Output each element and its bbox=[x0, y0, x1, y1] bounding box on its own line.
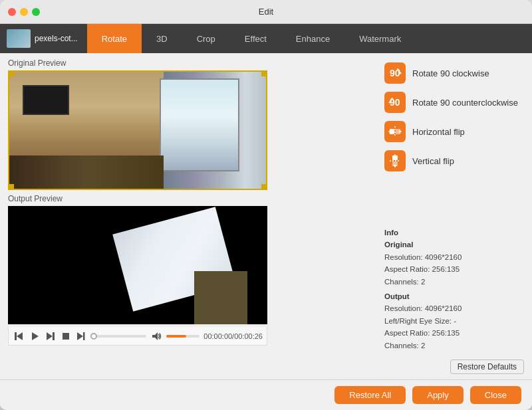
play-button[interactable] bbox=[29, 331, 41, 342]
output-preview-section: Output Preview bbox=[8, 194, 374, 346]
info-output-resolution: Resolution: 4096*2160 bbox=[384, 302, 524, 314]
volume-fill bbox=[166, 335, 186, 338]
output-preview-label: Output Preview bbox=[8, 194, 374, 203]
original-preview bbox=[8, 70, 267, 190]
file-tab: pexels-cot... bbox=[0, 24, 84, 53]
h-flip-label: Horizontal flip bbox=[412, 127, 465, 137]
volume-icon-button[interactable] bbox=[150, 331, 164, 342]
info-output-aspect: Aspect Ratio: 256:135 bbox=[384, 327, 524, 339]
tab-3d[interactable]: 3D bbox=[142, 24, 182, 53]
main-window: Edit pexels-cot... Rotate 3D Crop Effect… bbox=[0, 0, 532, 410]
svg-marker-9 bbox=[152, 332, 158, 340]
info-section: Info Original Resolution: 4096*2160 Aspe… bbox=[384, 221, 524, 374]
right-panel: 90 Rotate 90 clockwise 90 bbox=[379, 53, 532, 379]
traffic-lights bbox=[8, 8, 40, 16]
volume-bar[interactable] bbox=[166, 335, 200, 338]
rotate-ccw-button[interactable]: 90 Rotate 90 counterclockwise bbox=[384, 90, 524, 114]
v-flip-button[interactable]: Vertical flip bbox=[384, 149, 524, 173]
svg-marker-2 bbox=[32, 332, 39, 340]
svg-marker-1 bbox=[17, 332, 23, 340]
output-preview bbox=[8, 206, 267, 324]
rotate-cw-label: Rotate 90 clockwise bbox=[412, 68, 489, 78]
rotate-cw-button[interactable]: 90 Rotate 90 clockwise bbox=[384, 61, 524, 85]
info-title: Info bbox=[384, 227, 524, 239]
progress-handle[interactable] bbox=[90, 333, 97, 340]
tab-watermark[interactable]: Watermark bbox=[344, 24, 416, 53]
info-original-aspect: Aspect Ratio: 256:135 bbox=[384, 263, 524, 275]
progress-bar[interactable] bbox=[91, 335, 146, 338]
info-block: Info Original Resolution: 4096*2160 Aspe… bbox=[384, 227, 524, 352]
close-button[interactable]: Close bbox=[470, 386, 521, 404]
original-preview-section: Original Preview bbox=[8, 58, 374, 190]
svg-rect-5 bbox=[63, 333, 69, 340]
left-panel: Original Preview Outp bbox=[0, 53, 379, 379]
file-name: pexels-cot... bbox=[35, 34, 78, 43]
main-content: Original Preview Outp bbox=[0, 53, 532, 379]
svg-marker-4 bbox=[53, 332, 55, 340]
close-window-button[interactable] bbox=[8, 8, 16, 16]
toolbar: pexels-cot... Rotate 3D Crop Effect Enha… bbox=[0, 24, 532, 53]
info-original-channels: Channels: 2 bbox=[384, 276, 524, 288]
info-original-title: Original bbox=[384, 239, 524, 251]
v-flip-icon bbox=[384, 150, 406, 171]
v-flip-label: Vertical flip bbox=[412, 156, 454, 166]
corner-br-indicator bbox=[261, 184, 267, 189]
rotate-cw-icon: 90 bbox=[384, 62, 406, 84]
stop-button[interactable] bbox=[61, 332, 71, 341]
rotate-ccw-label: Rotate 90 counterclockwise bbox=[412, 98, 518, 108]
svg-marker-0 bbox=[15, 332, 17, 340]
restore-all-button[interactable]: Restore All bbox=[334, 386, 406, 404]
h-flip-button[interactable]: Horizontal flip bbox=[384, 120, 524, 144]
window-title: Edit bbox=[259, 7, 273, 17]
rotate-actions: 90 Rotate 90 clockwise 90 bbox=[384, 61, 524, 173]
info-original-resolution: Resolution: 4096*2160 bbox=[384, 251, 524, 263]
title-bar: Edit bbox=[0, 0, 532, 24]
original-preview-label: Original Preview bbox=[8, 58, 374, 68]
bottom-bar: Restore All Apply Close bbox=[0, 379, 532, 410]
restore-defaults-button[interactable]: Restore Defaults bbox=[450, 359, 524, 374]
video-controls: 00:00:00/00:00:26 bbox=[8, 327, 267, 346]
nav-tabs: Rotate 3D Crop Effect Enhance Watermark bbox=[87, 24, 416, 53]
file-thumbnail bbox=[7, 29, 31, 48]
svg-marker-3 bbox=[47, 332, 53, 340]
original-video-frame bbox=[9, 72, 266, 189]
info-output-channels: Channels: 2 bbox=[384, 340, 524, 352]
svg-marker-8 bbox=[84, 332, 85, 340]
corner-bl-indicator bbox=[9, 184, 14, 189]
corner-tr-indicator bbox=[261, 71, 267, 76]
tab-effect[interactable]: Effect bbox=[230, 24, 281, 53]
minimize-window-button[interactable] bbox=[20, 8, 28, 16]
info-output-title: Output bbox=[384, 290, 524, 302]
output-video-frame bbox=[8, 206, 267, 324]
svg-marker-6 bbox=[77, 332, 83, 340]
corner-tl-indicator bbox=[9, 71, 14, 76]
apply-button[interactable]: Apply bbox=[412, 386, 464, 404]
volume-area bbox=[150, 331, 200, 342]
tab-crop[interactable]: Crop bbox=[182, 24, 230, 53]
skip-back-button[interactable] bbox=[13, 331, 25, 342]
tab-enhance[interactable]: Enhance bbox=[281, 24, 344, 53]
time-display: 00:00:00/00:00:26 bbox=[203, 332, 263, 340]
info-output-eye-size: Left/Right Eye Size: - bbox=[384, 315, 524, 327]
h-flip-icon bbox=[384, 121, 406, 142]
tab-rotate[interactable]: Rotate bbox=[87, 24, 142, 53]
maximize-window-button[interactable] bbox=[32, 8, 40, 16]
svg-marker-11 bbox=[400, 72, 402, 74]
rotate-ccw-icon: 90 bbox=[384, 92, 406, 113]
skip-end-button[interactable] bbox=[75, 331, 87, 342]
skip-forward-button[interactable] bbox=[45, 331, 57, 342]
